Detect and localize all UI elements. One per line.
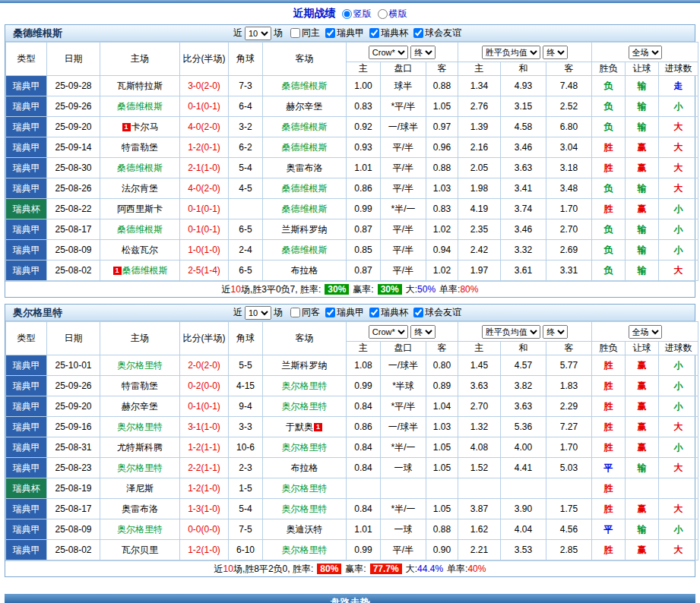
view-option-vertical[interactable]: 竖版 xyxy=(342,8,372,21)
filter-checkbox[interactable] xyxy=(325,28,335,38)
filter-option[interactable]: 同主 xyxy=(290,27,320,39)
score-cell[interactable]: 1-2(1-0) xyxy=(180,478,229,499)
team-name[interactable]: 奥尔格里特 xyxy=(282,442,328,453)
league-badge[interactable]: 瑞典甲 xyxy=(6,158,47,178)
team-name[interactable]: 桑德维根斯 xyxy=(282,122,328,132)
league-badge[interactable]: 瑞典甲 xyxy=(6,219,47,240)
avg-select[interactable]: 胜平负均值 xyxy=(482,325,540,339)
filter-option[interactable]: 瑞典甲 xyxy=(325,27,364,39)
odds-company-select[interactable]: Crow* xyxy=(369,325,408,339)
team-name[interactable]: 奥尔格里特 xyxy=(117,360,163,371)
avg-time-select[interactable]: 终 xyxy=(543,46,568,59)
odds-company-select[interactable]: Crow* xyxy=(369,46,408,59)
score-cell[interactable]: 3-0(2-0) xyxy=(180,76,229,96)
league-badge[interactable]: 瑞典甲 xyxy=(6,96,47,117)
score-cell[interactable]: 0-1(0-1) xyxy=(180,96,229,117)
filter-checkbox[interactable] xyxy=(290,308,300,317)
filter-checkbox[interactable] xyxy=(369,28,379,38)
odds-time-select[interactable]: 终 xyxy=(410,46,436,59)
team-name[interactable]: 奥尔格里特 xyxy=(117,463,163,473)
team-name[interactable]: 桑德维根斯 xyxy=(282,81,328,91)
filter-checkbox[interactable] xyxy=(369,308,379,317)
score-cell[interactable]: 2-0(2-0) xyxy=(180,355,229,376)
team-name[interactable]: 桑德维根斯 xyxy=(122,265,168,276)
filter-option[interactable]: 同客 xyxy=(290,306,320,319)
team-name[interactable]: 桑德维根斯 xyxy=(282,204,328,214)
team-name[interactable]: 赫尔辛堡 xyxy=(287,101,323,112)
filter-option[interactable]: 球会友谊 xyxy=(413,306,461,319)
league-badge[interactable]: 瑞典甲 xyxy=(6,540,47,560)
team-name[interactable]: 瓦尔贝里 xyxy=(122,545,158,555)
team-name[interactable]: 布拉格 xyxy=(291,463,318,473)
score-cell[interactable]: 3-1(1-0) xyxy=(180,417,229,437)
team-name[interactable]: 瓦斯特拉斯 xyxy=(117,81,163,91)
avg-select[interactable]: 胜平负均值 xyxy=(482,46,540,59)
filter-option[interactable]: 球会友谊 xyxy=(413,27,461,39)
score-cell[interactable]: 1-2(0-1) xyxy=(180,137,229,158)
league-badge[interactable]: 瑞典甲 xyxy=(6,178,47,199)
score-cell[interactable]: 2-1(1-0) xyxy=(180,158,229,178)
team-name[interactable]: 奥尔格里特 xyxy=(117,421,163,432)
team-name[interactable]: 奥雷布洛 xyxy=(287,163,323,173)
score-cell[interactable]: 0-1(0-1) xyxy=(180,396,229,417)
match-count-select[interactable]: 10 xyxy=(245,306,271,320)
scope-select[interactable]: 全场 xyxy=(629,46,662,59)
league-badge[interactable]: 瑞典甲 xyxy=(6,396,47,417)
team-name[interactable]: 于默奥 xyxy=(286,421,313,432)
league-badge[interactable]: 瑞典甲 xyxy=(6,240,47,260)
vertical-radio[interactable] xyxy=(342,9,352,19)
team-name[interactable]: 布拉格 xyxy=(291,265,318,276)
team-name[interactable]: 奥雷布洛 xyxy=(122,504,158,514)
team-name[interactable]: 松兹瓦尔 xyxy=(122,245,158,255)
team-name[interactable]: 奥尔格里特 xyxy=(282,380,328,391)
league-badge[interactable]: 瑞典甲 xyxy=(6,417,47,437)
score-cell[interactable]: 0-0(0-0) xyxy=(180,519,229,540)
filter-checkbox[interactable] xyxy=(290,28,300,38)
view-option-horizontal[interactable]: 横版 xyxy=(378,8,407,21)
team-name[interactable]: 桑德维根斯 xyxy=(282,245,328,255)
league-badge[interactable]: 瑞典甲 xyxy=(6,355,47,376)
horizontal-radio[interactable] xyxy=(378,9,388,19)
team-name[interactable]: 奥尔格里特 xyxy=(282,504,328,514)
team-name[interactable]: 桑德维根斯 xyxy=(282,183,328,194)
league-badge[interactable]: 瑞典甲 xyxy=(6,260,47,281)
team-name[interactable]: 奥迪沃特 xyxy=(287,524,323,535)
league-badge[interactable]: 瑞典甲 xyxy=(6,137,47,158)
team-name[interactable]: 桑德维根斯 xyxy=(117,224,163,235)
score-cell[interactable]: 1-2(1-1) xyxy=(180,437,229,458)
score-cell[interactable]: 4-0(2-0) xyxy=(180,178,229,199)
filter-option[interactable]: 瑞典杯 xyxy=(369,27,408,39)
team-name[interactable]: 阿西里斯卡 xyxy=(117,204,163,214)
score-cell[interactable]: 1-0(1-0) xyxy=(180,240,229,260)
score-cell[interactable]: 0-2(0-0) xyxy=(180,376,229,396)
avg-time-select[interactable]: 终 xyxy=(543,325,568,339)
scope-select[interactable]: 全场 xyxy=(629,325,662,339)
filter-checkbox[interactable] xyxy=(325,308,335,317)
team-name[interactable]: 法尔肯堡 xyxy=(122,183,158,194)
team-name[interactable]: 奥尔格里特 xyxy=(282,483,328,494)
team-name[interactable]: 兰斯科罗纳 xyxy=(282,360,328,371)
team-name[interactable]: 特雷勒堡 xyxy=(122,380,158,391)
score-cell[interactable]: 1-3(1-0) xyxy=(180,499,229,519)
team-name[interactable]: 卡尔马 xyxy=(131,122,159,132)
filter-option[interactable]: 瑞典杯 xyxy=(369,306,408,319)
match-count-select[interactable]: 10 xyxy=(245,27,271,40)
score-cell[interactable]: 0-1(0-1) xyxy=(180,219,229,240)
league-badge[interactable]: 瑞典甲 xyxy=(6,499,47,519)
filter-checkbox[interactable] xyxy=(413,308,423,317)
team-name[interactable]: 泽尼斯 xyxy=(126,483,154,494)
team-name[interactable]: 桑德维根斯 xyxy=(117,101,163,112)
team-name[interactable]: 奥尔格里特 xyxy=(117,524,163,535)
league-badge[interactable]: 瑞典甲 xyxy=(6,519,47,540)
league-badge[interactable]: 瑞典杯 xyxy=(6,199,47,219)
league-badge[interactable]: 瑞典甲 xyxy=(6,437,47,458)
team-name[interactable]: 桑德维根斯 xyxy=(117,163,163,173)
league-badge[interactable]: 瑞典甲 xyxy=(6,376,47,396)
score-cell[interactable]: 4-0(2-0) xyxy=(180,117,229,137)
team-name[interactable]: 尤特斯科腾 xyxy=(117,442,163,453)
score-cell[interactable]: 0-1(0-1) xyxy=(180,199,229,219)
team-name[interactable]: 桑德维根斯 xyxy=(282,142,328,153)
league-badge[interactable]: 瑞典杯 xyxy=(6,478,47,499)
team-name[interactable]: 奥尔格里特 xyxy=(282,545,328,555)
league-badge[interactable]: 瑞典甲 xyxy=(6,117,47,137)
